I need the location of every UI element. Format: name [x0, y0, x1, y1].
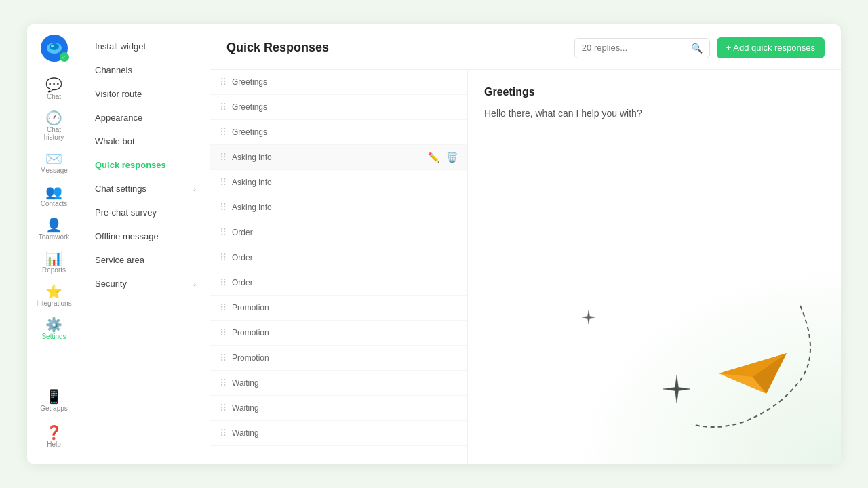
- item-tag: Waiting: [232, 428, 259, 438]
- list-item[interactable]: ⠿ Promotion ✏️ 🗑️: [210, 321, 467, 346]
- teamwork-icon: 👤: [45, 218, 62, 232]
- app-logo: ✓: [41, 35, 68, 62]
- icon-nav: ✓ 💬 Chat🕐 Chat history✉️ Message👥 Contac…: [27, 24, 81, 464]
- icon-nav-item-get-apps[interactable]: 📱 Get apps: [33, 384, 76, 418]
- sub-nav-item-offline-message[interactable]: Offline message: [81, 224, 210, 248]
- list-item[interactable]: ⠿ Order ✏️ 🗑️: [210, 245, 467, 270]
- sub-nav-item-quick-responses[interactable]: Quick responses: [81, 153, 210, 177]
- drag-handle-icon: ⠿: [220, 77, 226, 87]
- contacts-icon: 👥: [45, 185, 62, 199]
- list-item[interactable]: ⠿ Order ✏️ 🗑️: [210, 270, 467, 296]
- list-item[interactable]: ⠿ Waiting ✏️ 🗑️: [210, 396, 467, 421]
- search-box[interactable]: 🔍: [574, 38, 710, 58]
- deco-star-small-icon: [580, 309, 597, 329]
- icon-nav-label-chat: Chat: [47, 93, 61, 100]
- icon-nav-item-message[interactable]: ✉️ Message: [33, 146, 76, 180]
- sub-nav-label-offline-message: Offline message: [95, 231, 159, 241]
- list-item[interactable]: ⠿ Order ✏️ 🗑️: [210, 220, 467, 245]
- chevron-icon-security: ›: [193, 279, 196, 289]
- list-panel: ⠿ Greetings ✏️ 🗑️ ⠿ Greetings ✏️ 🗑️ ⠿ Gr…: [210, 70, 468, 464]
- list-item[interactable]: ⠿ Asking info ✏️ 🗑️: [210, 195, 467, 220]
- deco-dashed-path: [678, 299, 827, 437]
- icon-nav-item-chat-history[interactable]: 🕐 Chat history: [33, 106, 76, 146]
- drag-handle-icon: ⠿: [220, 202, 226, 213]
- sub-nav-label-visitor-route: Visitor route: [95, 89, 142, 99]
- bottom-nav-items: 📱 Get apps❓ Help: [33, 384, 76, 453]
- logo-check-badge: ✓: [60, 52, 69, 62]
- item-tag: Order: [232, 253, 253, 262]
- drag-handle-icon: ⠿: [220, 352, 226, 363]
- search-icon: 🔍: [691, 43, 703, 54]
- drag-handle-icon: ⠿: [220, 252, 226, 263]
- sub-nav-label-quick-responses: Quick responses: [95, 160, 166, 170]
- sub-nav-item-pre-chat-survey[interactable]: Pre-chat survey: [81, 201, 210, 224]
- item-tag: Promotion: [232, 353, 269, 363]
- main-container: ✓ 💬 Chat🕐 Chat history✉️ Message👥 Contac…: [27, 24, 841, 464]
- list-item[interactable]: ⠿ Greetings ✏️ 🗑️: [210, 120, 467, 145]
- sub-nav-item-service-area[interactable]: Service area: [81, 248, 210, 272]
- list-item[interactable]: ⠿ Promotion ✏️ 🗑️: [210, 346, 467, 371]
- search-input[interactable]: [582, 43, 687, 53]
- item-tag: Promotion: [232, 303, 269, 312]
- sub-nav-label-install-widget: Install widget: [95, 41, 146, 52]
- item-tag: Waiting: [232, 403, 259, 413]
- logo-area: ✓: [41, 35, 68, 62]
- icon-nav-label-contacts: Contacts: [41, 200, 67, 207]
- page-title: Quick Responses: [226, 41, 329, 55]
- list-item[interactable]: ⠿ Waiting ✏️ 🗑️: [210, 371, 467, 396]
- sub-nav-item-visitor-route[interactable]: Visitor route: [81, 82, 210, 106]
- item-tag: Order: [232, 278, 253, 287]
- split-content: ⠿ Greetings ✏️ 🗑️ ⠿ Greetings ✏️ 🗑️ ⠿ Gr…: [210, 70, 841, 464]
- icon-nav-item-help[interactable]: ❓ Help: [33, 420, 76, 453]
- drag-handle-icon: ⠿: [220, 227, 226, 238]
- icon-nav-item-chat[interactable]: 💬 Chat: [33, 73, 76, 106]
- message-icon: ✉️: [45, 152, 62, 165]
- list-item[interactable]: ⠿ Greetings ✏️ 🗑️: [210, 95, 467, 120]
- icon-nav-item-integrations[interactable]: ⭐ Integrations: [33, 279, 76, 312]
- edit-button[interactable]: ✏️: [427, 150, 441, 164]
- chat-history-icon: 🕐: [45, 111, 62, 125]
- icon-nav-label-integrations: Integrations: [36, 300, 71, 307]
- item-tag: Waiting: [232, 378, 259, 388]
- list-item[interactable]: ⠿ Asking info ✏️ 🗑️: [210, 145, 467, 170]
- detail-panel: Greetings Hello there, what can I help y…: [468, 70, 841, 464]
- integrations-icon: ⭐: [45, 285, 62, 298]
- drag-handle-icon: ⠿: [220, 428, 226, 439]
- item-tag: Greetings: [232, 102, 267, 112]
- reports-icon: 📊: [45, 251, 62, 265]
- sub-nav-label-service-area: Service area: [95, 255, 144, 265]
- icon-nav-item-settings[interactable]: ⚙️ Settings: [33, 312, 76, 346]
- settings-icon: ⚙️: [45, 318, 62, 331]
- sub-nav-label-appearance: Appearance: [95, 113, 142, 123]
- sub-nav-item-chat-settings[interactable]: Chat settings ›: [81, 177, 210, 201]
- sub-nav-item-whale-bot[interactable]: Whale bot: [81, 129, 210, 153]
- main-content: Quick Responses 🔍 + Add quick responses …: [210, 24, 841, 464]
- chevron-icon-chat-settings: ›: [193, 184, 196, 194]
- icon-nav-label-reports: Reports: [42, 266, 66, 274]
- icon-nav-items: 💬 Chat🕐 Chat history✉️ Message👥 Contacts…: [33, 73, 76, 346]
- sub-nav-item-channels[interactable]: Channels: [81, 58, 210, 82]
- sub-nav-item-appearance[interactable]: Appearance: [81, 106, 210, 129]
- list-item[interactable]: ⠿ Waiting ✏️ 🗑️: [210, 421, 467, 446]
- drag-handle-icon: ⠿: [220, 177, 226, 188]
- list-item[interactable]: ⠿ Promotion ✏️ 🗑️: [210, 296, 467, 321]
- icon-nav-item-reports[interactable]: 📊 Reports: [33, 246, 76, 279]
- list-item[interactable]: ⠿ Asking info ✏️ 🗑️: [210, 170, 467, 195]
- drag-handle-icon: ⠿: [220, 102, 226, 113]
- item-tag: Asking info: [232, 178, 272, 187]
- add-quick-responses-button[interactable]: + Add quick responses: [717, 37, 825, 58]
- drag-handle-icon: ⠿: [220, 327, 226, 338]
- drag-handle-icon: ⠿: [220, 277, 226, 288]
- sub-nav-item-install-widget[interactable]: Install widget: [81, 35, 210, 58]
- chat-icon: 💬: [45, 78, 62, 92]
- svg-point-1: [50, 43, 59, 50]
- icon-nav-item-teamwork[interactable]: 👤 Teamwork: [33, 213, 76, 246]
- sub-nav-item-security[interactable]: Security ›: [81, 272, 210, 296]
- svg-point-2: [51, 45, 54, 47]
- item-tag: Asking info: [232, 203, 272, 212]
- list-item[interactable]: ⠿ Greetings ✏️ 🗑️: [210, 70, 467, 95]
- help-icon: ❓: [45, 426, 62, 439]
- item-tag: Greetings: [232, 77, 267, 87]
- icon-nav-item-contacts[interactable]: 👥 Contacts: [33, 180, 76, 213]
- delete-button[interactable]: 🗑️: [445, 150, 459, 164]
